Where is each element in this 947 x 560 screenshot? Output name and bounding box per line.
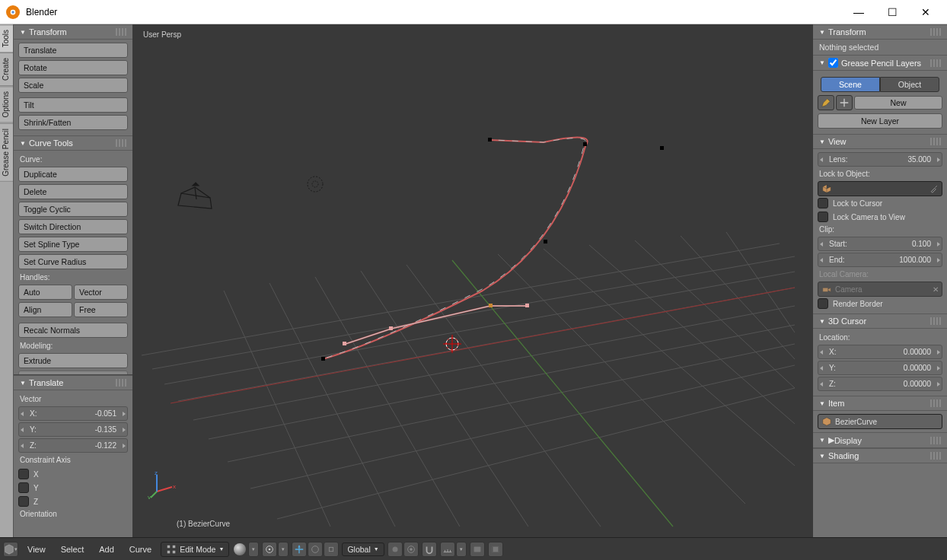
tilt-button[interactable]: Tilt <box>18 97 128 113</box>
rotate-button[interactable]: Rotate <box>18 60 128 75</box>
panel-header-view[interactable]: View <box>813 134 947 149</box>
unlink-icon[interactable] <box>836 95 853 110</box>
eyedropper-icon[interactable] <box>929 184 939 193</box>
menu-view[interactable]: View <box>21 543 52 555</box>
translate-button[interactable]: Translate <box>18 43 128 58</box>
panel-header-display[interactable]: ▶ Display <box>813 432 947 448</box>
curve-icon <box>821 416 832 427</box>
scale-button[interactable]: Scale <box>18 78 128 93</box>
edit-mode-icon <box>166 544 177 555</box>
grip-icon <box>116 379 126 387</box>
pivot-dropdown-icon[interactable]: ▾ <box>278 542 289 557</box>
menu-curve[interactable]: Curve <box>123 543 158 555</box>
local-camera-field[interactable]: Camera ✕ <box>818 282 942 297</box>
panel-header-gpencil[interactable]: Grease Pencil Layers <box>813 55 947 71</box>
vector-z-field[interactable]: Z:-0.122 <box>18 438 128 453</box>
handle-vector-button[interactable]: Vector <box>74 285 128 300</box>
lock-camera-to-view[interactable]: Lock Camera to View <box>818 210 942 224</box>
toggle-cyclic-button[interactable]: Toggle Cyclic <box>18 202 128 217</box>
tab-create[interactable]: Create <box>0 52 13 86</box>
svg-rect-39 <box>343 342 346 345</box>
orientation-dropdown[interactable]: Global▼ <box>342 542 384 556</box>
clip-start-field[interactable]: Start:0.100 <box>818 237 942 251</box>
panel-header-translate[interactable]: Translate <box>14 375 132 390</box>
cursor-z-field[interactable]: Z:0.00000 <box>818 377 942 391</box>
new-gpencil-button[interactable]: New <box>854 96 942 110</box>
switch-direction-button[interactable]: Switch Direction <box>18 219 128 234</box>
cursor-x-field[interactable]: X:0.00000 <box>818 345 942 359</box>
vector-y-field[interactable]: Y:-0.135 <box>18 422 128 437</box>
3d-viewport[interactable]: User Persp (1) BezierCurve x z y <box>132 24 813 537</box>
minimize-button[interactable]: — <box>843 3 874 21</box>
pivot-icon[interactable] <box>262 542 277 557</box>
svg-rect-36 <box>489 304 493 307</box>
set-spline-type-button[interactable]: Set Spline Type <box>18 237 128 252</box>
handle-free-button[interactable]: Free <box>74 302 128 317</box>
extrude-button[interactable]: Extrude <box>18 353 128 368</box>
constraint-z[interactable]: Z <box>18 495 128 508</box>
manipulator-scale-icon[interactable] <box>324 542 339 557</box>
blender-icon <box>6 5 20 19</box>
vector-label: Vector <box>18 393 128 406</box>
panel-header-transform[interactable]: Transform <box>14 24 132 40</box>
render-border[interactable]: Render Border <box>818 297 942 310</box>
pencil-icon[interactable] <box>818 95 834 110</box>
svg-line-40 <box>157 487 172 492</box>
lock-object-field[interactable] <box>818 181 942 196</box>
shading-solid-icon[interactable] <box>234 543 246 555</box>
new-layer-button[interactable]: New Layer <box>818 113 942 129</box>
snap-icon[interactable] <box>422 542 437 557</box>
maximize-button[interactable]: ☐ <box>877 3 907 21</box>
svg-text:x: x <box>173 483 176 490</box>
svg-line-42 <box>151 492 157 498</box>
item-name-field[interactable]: BezierCurve <box>818 414 942 429</box>
shrink-fatten-button[interactable]: Shrink/Fatten <box>18 115 128 130</box>
menu-select[interactable]: Select <box>55 543 91 555</box>
vector-x-field[interactable]: X:-0.051 <box>18 406 128 421</box>
viewport-canvas[interactable] <box>132 24 813 537</box>
set-curve-radius-button[interactable]: Set Curve Radius <box>18 254 128 269</box>
opengl-render-icon[interactable] <box>470 542 485 557</box>
header-bar: ▾ View Select Add Curve Edit Mode▼ ▾ ▾ G… <box>0 537 947 560</box>
menu-add[interactable]: Add <box>93 543 120 555</box>
panel-header-curve-tools[interactable]: Curve Tools <box>14 135 132 151</box>
mode-dropdown[interactable]: Edit Mode▼ <box>161 542 229 557</box>
svg-point-1 <box>11 11 14 13</box>
close-button[interactable]: ✕ <box>910 3 941 21</box>
tab-tools[interactable]: Tools <box>0 24 13 52</box>
panel-header-shading[interactable]: Shading <box>813 448 947 463</box>
grip-icon <box>116 139 126 147</box>
constraint-x[interactable]: X <box>18 467 128 481</box>
duplicate-button[interactable]: Duplicate <box>18 167 128 182</box>
lock-to-cursor[interactable]: Lock to Cursor <box>818 196 942 210</box>
snap-type-icon[interactable] <box>440 542 455 557</box>
handle-auto-button[interactable]: Auto <box>18 285 72 300</box>
local-camera-label: Local Camera: <box>818 269 942 282</box>
gpencil-object-tab[interactable]: Object <box>880 77 939 92</box>
subdivide-button[interactable]: Subdivide <box>18 371 128 374</box>
clip-end-field[interactable]: End:1000.000 <box>818 253 942 267</box>
tab-options[interactable]: Options <box>0 86 13 123</box>
clear-icon[interactable]: ✕ <box>933 285 939 294</box>
lens-field[interactable]: Lens:35.000 <box>818 152 942 167</box>
handle-align-button[interactable]: Align <box>18 302 72 317</box>
gpencil-scene-tab[interactable]: Scene <box>821 77 880 92</box>
manipulator-translate-icon[interactable] <box>292 542 307 557</box>
panel-header-item[interactable]: Item <box>813 396 947 411</box>
panel-header-transform-r[interactable]: Transform <box>813 24 947 40</box>
snap-dropdown-icon[interactable]: ▾ <box>456 542 467 557</box>
recalc-normals-button[interactable]: Recalc Normals <box>18 323 128 338</box>
manipulator-rotate-icon[interactable] <box>308 542 323 557</box>
svg-rect-37 <box>389 326 393 330</box>
proportional-icon[interactable] <box>403 542 419 557</box>
editor-type-icon[interactable]: ▾ <box>3 542 18 557</box>
delete-button[interactable]: Delete <box>18 184 128 199</box>
shading-dropdown-icon[interactable]: ▾ <box>248 542 259 557</box>
cursor-y-field[interactable]: Y:0.00000 <box>818 361 942 375</box>
tab-grease-pencil[interactable]: Grease Pencil <box>0 123 13 182</box>
opengl-anim-icon[interactable] <box>488 542 503 557</box>
constraint-y[interactable]: Y <box>18 481 128 495</box>
panel-header-3dcursor[interactable]: 3D Cursor <box>813 313 947 329</box>
layers-icon[interactable] <box>387 542 403 557</box>
gpencil-visible-checkbox[interactable] <box>828 58 838 68</box>
